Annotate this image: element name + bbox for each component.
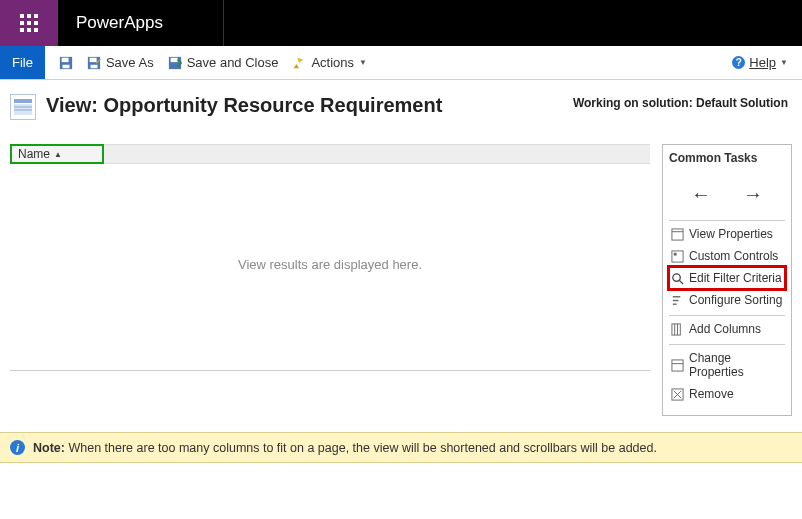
save-as-label: Save As	[106, 55, 154, 70]
info-note-bar: i Note: When there are too many columns …	[0, 432, 802, 463]
svg-rect-9	[14, 99, 32, 103]
save-icon	[59, 56, 73, 70]
solution-context-label: Working on solution: Default Solution	[573, 94, 792, 110]
command-bar: File Save As Save and Close Actions ▼ ? …	[0, 46, 802, 80]
save-close-icon	[168, 56, 182, 70]
task-remove[interactable]: Remove	[669, 383, 785, 405]
change-properties-icon	[671, 359, 684, 372]
help-menu-button[interactable]: ? Help ▼	[732, 46, 802, 79]
svg-rect-25	[672, 359, 683, 370]
page-title: View: Opportunity Resource Requirement	[46, 94, 442, 117]
save-as-icon	[87, 56, 101, 70]
svg-rect-16	[674, 252, 677, 255]
file-menu-button[interactable]: File	[0, 46, 45, 79]
task-label: Custom Controls	[689, 249, 778, 263]
svg-rect-4	[90, 57, 97, 61]
controls-icon	[671, 250, 684, 263]
svg-rect-22	[672, 323, 680, 334]
actions-icon	[292, 56, 306, 70]
common-tasks-title: Common Tasks	[669, 151, 785, 165]
save-as-button[interactable]: Save As	[87, 55, 154, 70]
task-label: Add Columns	[689, 322, 761, 336]
task-custom-controls[interactable]: Custom Controls	[669, 245, 785, 267]
task-label: Configure Sorting	[689, 293, 782, 307]
column-header-name[interactable]: Name ▲	[10, 144, 104, 164]
add-columns-icon	[671, 323, 684, 336]
properties-icon	[671, 228, 684, 241]
note-text: When there are too many columns to fit o…	[65, 441, 657, 455]
actions-menu-button[interactable]: Actions ▼	[292, 55, 367, 70]
task-label: View Properties	[689, 227, 773, 241]
app-launcher-button[interactable]	[0, 0, 58, 46]
common-tasks-pane: Common Tasks ← → View Properties Custom …	[662, 144, 792, 416]
view-grid: Name ▲ View results are displayed here.	[10, 144, 650, 416]
task-label: Change Properties	[689, 351, 783, 379]
chevron-down-icon: ▼	[780, 58, 788, 67]
task-label: Remove	[689, 387, 734, 401]
column-header-empty	[104, 144, 650, 164]
grid-empty-message: View results are displayed here.	[10, 164, 650, 364]
page-header: View: Opportunity Resource Requirement W…	[10, 94, 792, 120]
svg-rect-8	[170, 57, 177, 61]
task-change-properties[interactable]: Change Properties	[669, 347, 785, 383]
help-icon: ?	[732, 56, 745, 69]
svg-rect-15	[672, 250, 683, 261]
sort-icon	[671, 294, 684, 307]
column-header-label: Name	[18, 147, 50, 161]
help-label: Help	[749, 55, 776, 70]
svg-rect-1	[62, 57, 69, 61]
view-entity-icon	[10, 94, 36, 120]
note-label: Note:	[33, 441, 65, 455]
app-header: PowerApps	[0, 0, 802, 46]
save-and-close-label: Save and Close	[187, 55, 279, 70]
task-edit-filter-criteria[interactable]: Edit Filter Criteria	[669, 267, 785, 289]
svg-rect-13	[672, 228, 683, 239]
svg-rect-5	[90, 64, 97, 68]
task-configure-sorting[interactable]: Configure Sorting	[669, 289, 785, 311]
task-add-columns[interactable]: Add Columns	[669, 318, 785, 340]
nav-back-button[interactable]: ←	[691, 183, 711, 206]
task-label: Edit Filter Criteria	[689, 271, 782, 285]
chevron-down-icon: ▼	[359, 58, 367, 67]
svg-rect-2	[62, 64, 69, 68]
save-button[interactable]	[59, 56, 73, 70]
task-view-properties[interactable]: View Properties	[669, 223, 785, 245]
save-and-close-button[interactable]: Save and Close	[168, 55, 279, 70]
nav-forward-button[interactable]: →	[743, 183, 763, 206]
remove-icon	[671, 388, 684, 401]
svg-line-18	[679, 280, 683, 284]
actions-label: Actions	[311, 55, 354, 70]
sort-ascending-icon: ▲	[54, 150, 62, 159]
svg-point-17	[673, 273, 680, 280]
header-divider	[223, 0, 224, 46]
app-title: PowerApps	[58, 0, 163, 46]
info-icon: i	[10, 440, 25, 455]
waffle-icon	[20, 14, 38, 32]
search-icon	[671, 272, 684, 285]
